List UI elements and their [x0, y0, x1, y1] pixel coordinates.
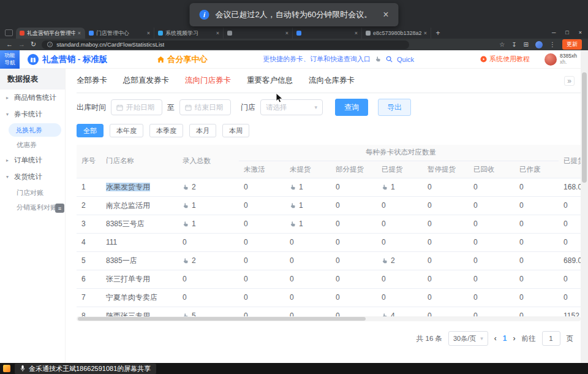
page-tabs: 全部券卡 总部直发券卡 流向门店券卡 重要客户信息 流向仓库券卡 »: [77, 69, 581, 93]
search-button[interactable]: 查询: [335, 99, 368, 116]
url-box[interactable]: i standard.maboy.cn/CardFlowStatisticsLi…: [42, 40, 409, 49]
next-page-button[interactable]: ›: [513, 334, 516, 343]
meeting-app-icon[interactable]: [3, 365, 10, 372]
tab-all-cards[interactable]: 全部券卡: [77, 75, 107, 86]
tab-close-icon[interactable]: ×: [216, 30, 219, 36]
download-icon[interactable]: ↧: [511, 41, 516, 48]
hand-link-icon[interactable]: [183, 221, 189, 227]
new-tab-button[interactable]: +: [431, 28, 445, 39]
prev-page-button[interactable]: ‹: [494, 334, 497, 343]
tab-title: 系统视频学习: [165, 29, 214, 37]
refresh-icon[interactable]: ↻: [31, 41, 36, 48]
share-center-link[interactable]: 合分享中心: [157, 54, 208, 65]
hand-link-icon[interactable]: [183, 184, 189, 191]
tab-hq-direct-cards[interactable]: 总部直发券卡: [123, 75, 169, 86]
sidebar-item-exchange-coupon[interactable]: 兑换礼券: [9, 123, 61, 137]
browser-tab[interactable]: ×: [293, 28, 362, 39]
tab-warehouse-flow-cards[interactable]: 流向仓库券卡: [309, 75, 355, 86]
hand-link-icon[interactable]: [183, 202, 189, 209]
tab-panel-icon[interactable]: [5, 29, 13, 36]
tutorial-link[interactable]: 系统使用教程: [480, 55, 530, 64]
vertical-scrollbar-thumb[interactable]: [582, 72, 587, 183]
toast-close-icon[interactable]: ×: [383, 9, 388, 20]
quick-filter-year[interactable]: 本年度: [110, 124, 143, 137]
quick-filter-quarter[interactable]: 本季度: [149, 124, 183, 137]
screen-share-indicator[interactable]: 金禾通技术王斌18662591081的屏幕共享: [15, 364, 156, 374]
cell-amount: 168.0: [559, 178, 581, 196]
hand-link-icon[interactable]: [382, 184, 388, 191]
forward-icon[interactable]: →: [18, 41, 25, 48]
cell-status-count: 0: [514, 288, 559, 307]
cell-status-count: 0: [423, 196, 469, 215]
sidebar-item-order-stats[interactable]: ▸ 订单统计: [0, 152, 65, 169]
cell-status-count: 2: [377, 251, 423, 270]
tab-favicon-icon: [158, 31, 163, 36]
sidebar-collapse-handle[interactable]: ≡: [55, 204, 64, 213]
tab-close-icon[interactable]: ×: [285, 30, 288, 36]
tab-key-customer-info[interactable]: 重要客户信息: [247, 75, 293, 86]
window-maximize-button[interactable]: □: [565, 29, 568, 36]
hand-link-icon[interactable]: [382, 258, 388, 264]
vertical-scrollbar[interactable]: [581, 50, 588, 363]
cell-status-count: 0: [469, 196, 514, 215]
end-date-input[interactable]: 结束日期: [179, 99, 231, 115]
site-info-icon[interactable]: i: [47, 42, 53, 47]
horizontal-scrollbar-thumb[interactable]: [78, 317, 366, 321]
cell-row-no: 7: [77, 288, 101, 307]
quick-filter-all[interactable]: 全部: [77, 124, 104, 137]
panel-collapse-icon[interactable]: »: [564, 76, 575, 86]
start-date-input[interactable]: 开始日期: [111, 99, 162, 115]
horizontal-scrollbar[interactable]: [77, 316, 581, 321]
table-row: 2南京总监活用101000000: [77, 196, 581, 215]
quick-entry[interactable]: 更快捷的券卡、订单和快递查询入口 Quick: [263, 55, 414, 64]
hand-link-icon[interactable]: [290, 221, 296, 227]
cell-status-count: 0: [285, 288, 331, 307]
store-select[interactable]: 请选择 ▾: [260, 99, 323, 115]
window-minimize-button[interactable]: ─: [552, 29, 556, 36]
browser-tab[interactable]: 系统视频学习×: [154, 28, 224, 39]
sidebar-item-product-sales-stats[interactable]: ▸ 商品销售统计: [0, 90, 65, 106]
col-header-amount: 已提货金额: [559, 145, 581, 178]
extensions-icon[interactable]: ⊞: [524, 41, 529, 48]
function-nav-toggle-button[interactable]: 功能 导航: [0, 50, 20, 69]
quick-filter-month[interactable]: 本月: [189, 124, 216, 137]
cell-status-count: 0: [239, 288, 285, 307]
hand-link-icon[interactable]: [290, 202, 296, 209]
export-button[interactable]: 导出: [378, 99, 411, 116]
home-icon: [157, 56, 165, 63]
col-header-recycled: 已回收: [469, 161, 514, 178]
quick-filter-week[interactable]: 本周: [222, 124, 249, 137]
hand-link-icon[interactable]: [290, 184, 296, 191]
sidebar-item-store-reconciliation[interactable]: 门店对账: [0, 185, 65, 200]
caret-right-icon: ▸: [6, 158, 11, 163]
browser-tab[interactable]: ×: [224, 28, 293, 39]
hand-link-icon[interactable]: [183, 258, 189, 264]
back-icon[interactable]: ←: [6, 41, 13, 48]
store-label: 门店: [241, 102, 255, 113]
page-goto-input[interactable]: [542, 331, 560, 346]
tab-close-icon[interactable]: ×: [355, 30, 358, 36]
tab-close-icon[interactable]: ×: [147, 30, 150, 36]
current-page[interactable]: 1: [503, 334, 507, 343]
page-size-select[interactable]: 30条/页 ▾: [448, 331, 488, 346]
tab-close-icon[interactable]: ×: [424, 30, 427, 36]
table-row: 1水果发货专用20101000168.0: [77, 178, 581, 196]
sidebar-item-discount-coupon[interactable]: 优惠券: [0, 137, 65, 152]
sidebar-item-shipping-stats[interactable]: ▾ 发货统计: [0, 169, 65, 185]
cell-store-name: 8385一店: [101, 251, 178, 270]
tab-store-flow-cards[interactable]: 流向门店券卡: [185, 75, 231, 86]
browser-tab[interactable]: e8c573980b1328a258fd2e6l×: [362, 28, 431, 39]
table-body: 1水果发货专用20101000168.02南京总监活用1010000003838…: [77, 178, 581, 316]
user-menu[interactable]: 8385xh xh.: [545, 53, 577, 66]
tab-close-icon[interactable]: ×: [78, 30, 81, 36]
sidebar-item-card-stats[interactable]: ▾ 券卡统计: [0, 106, 65, 123]
bookmark-star-icon[interactable]: ☆: [499, 41, 505, 48]
window-close-button[interactable]: ×: [579, 29, 582, 36]
browser-update-button[interactable]: 更新: [562, 39, 582, 50]
browser-profile-avatar[interactable]: [535, 41, 543, 48]
cell-status-count: 0: [423, 178, 469, 196]
browser-tab[interactable]: 礼盒营销平台管理中心×: [16, 28, 85, 39]
browser-menu-icon[interactable]: ⋮: [549, 41, 556, 48]
url-text: standard.maboy.cn/CardFlowStatisticsList: [56, 41, 164, 48]
browser-tab[interactable]: 门店管理中心×: [85, 28, 154, 39]
